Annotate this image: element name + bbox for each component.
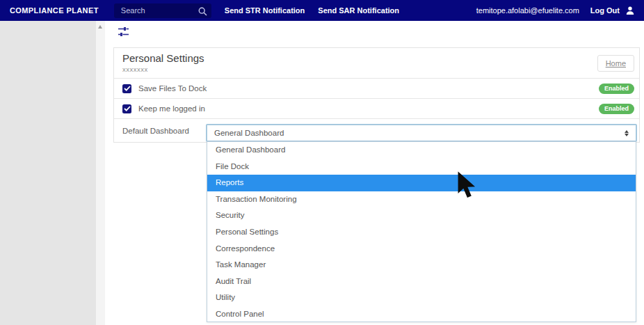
default-dashboard-row: Default Dashboard General Dashboard <box>114 118 639 143</box>
nav-send-sar-notification[interactable]: Send SAR Notification <box>318 6 399 15</box>
option-reports[interactable]: Reports <box>207 175 636 191</box>
option-security[interactable]: Security <box>207 207 636 224</box>
select-value: General Dashboard <box>214 129 284 137</box>
dashboard-options-dropdown: General Dashboard File Dock Reports Tran… <box>207 141 636 322</box>
option-control-panel[interactable]: Control Panel <box>207 306 636 323</box>
scrollbar-up-arrow-icon[interactable] <box>98 25 102 29</box>
page-title: Personal Settings <box>122 52 631 64</box>
top-navigation-bar: COMPLIANCE PLANET Send STR Notification … <box>0 0 644 21</box>
personal-settings-page: COMPLIANCE PLANET Send STR Notification … <box>0 0 644 325</box>
option-personal-settings[interactable]: Personal Settings <box>207 224 636 241</box>
keep-logged-in-checkbox[interactable] <box>122 104 131 113</box>
default-dashboard-label: Default Dashboard <box>122 127 189 135</box>
search-box[interactable] <box>114 3 211 18</box>
personal-settings-card: Personal Settings xxxxxxx Home Save File… <box>113 47 640 143</box>
option-correspondence[interactable]: Correspondence <box>207 241 636 257</box>
scrollbar-track[interactable] <box>96 21 105 325</box>
option-file-dock[interactable]: File Dock <box>207 159 636 175</box>
save-files-checkbox[interactable] <box>122 84 131 93</box>
left-sidebar <box>0 21 96 325</box>
search-input[interactable] <box>114 6 211 15</box>
default-dashboard-select[interactable]: General Dashboard <box>206 124 637 142</box>
status-badge: Enabled <box>599 104 634 114</box>
app-brand: COMPLIANCE PLANET <box>10 6 99 15</box>
user-email: temitope.afolabi@efuelite.com <box>476 6 579 15</box>
search-icon[interactable] <box>198 6 207 19</box>
setting-label: Save Files To Dock <box>138 84 207 93</box>
select-spinner-icon <box>625 130 629 136</box>
card-header: Personal Settings xxxxxxx Home <box>114 48 639 78</box>
setting-label: Keep me logged in <box>138 104 205 113</box>
option-task-manager[interactable]: Task Manager <box>207 257 636 274</box>
page-subtitle: xxxxxxx <box>122 65 631 73</box>
nav-send-str-notification[interactable]: Send STR Notification <box>225 6 305 15</box>
status-badge: Enabled <box>599 84 634 94</box>
home-button[interactable]: Home <box>597 55 634 72</box>
user-profile-icon[interactable] <box>625 6 635 15</box>
setting-row-save-files: Save Files To Dock Enabled <box>114 78 639 98</box>
option-transaction-monitoring[interactable]: Transaction Monitoring <box>207 191 636 208</box>
logout-button[interactable]: Log Out <box>590 6 620 15</box>
option-audit-trail[interactable]: Audit Trail <box>207 274 636 290</box>
tune-filter-icon[interactable] <box>118 26 130 39</box>
option-utility[interactable]: Utility <box>207 290 636 306</box>
option-general-dashboard[interactable]: General Dashboard <box>207 142 636 159</box>
setting-row-keep-logged-in: Keep me logged in Enabled <box>114 98 639 118</box>
